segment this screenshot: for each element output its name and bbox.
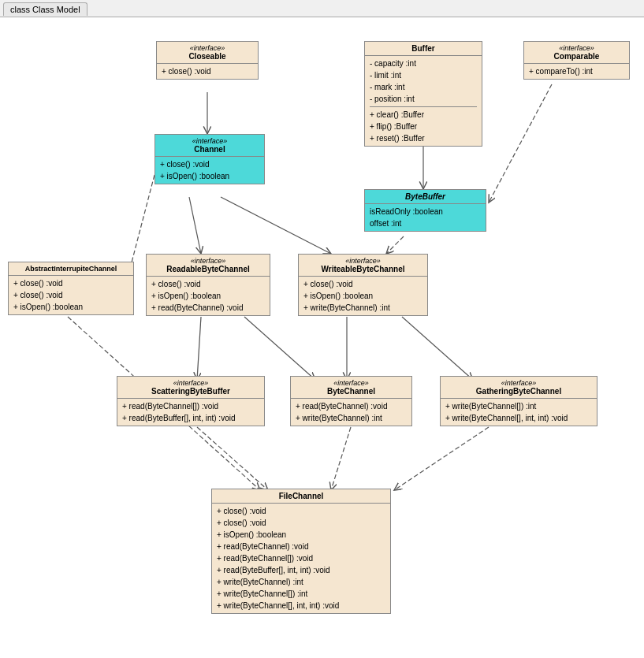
class-scatteringbytebuffer: «interface» ScatteringByteBuffer + read(… <box>117 376 265 426</box>
svg-line-8 <box>244 317 315 380</box>
writeablebytechannel-title: «interface» WriteableByteChannel <box>299 255 427 277</box>
class-readablebytechannel: «interface» ReadableByteChannel + close(… <box>146 254 270 316</box>
svg-line-7 <box>197 317 201 380</box>
tab-class-model[interactable]: class Class Model <box>3 2 87 16</box>
class-abstractinterruptechannel: AbstractInterrupiteChannel + close() :vo… <box>8 262 134 315</box>
svg-line-12 <box>197 427 268 490</box>
class-gatheringbytechannel: «interface» GatheringByteChannel + write… <box>440 376 597 426</box>
writeablebytechannel-body: + close() :void + isOpen() :boolean + wr… <box>299 277 427 315</box>
channel-body: + close() :void + isOpen() :boolean <box>155 157 264 184</box>
diagram-area: «interface» Closeable + close() :void «i… <box>0 17 644 658</box>
class-bytebuffer: ByteBuffer isReadOnly :boolean offset :i… <box>364 189 486 232</box>
buffer-body: - capacity :int - limit :int - mark :int… <box>365 56 482 146</box>
bytebuffer-body: isReadOnly :boolean offset :int <box>365 204 486 231</box>
readablebytechannel-title: «interface» ReadableByteChannel <box>147 255 270 277</box>
scatteringbytebuffer-body: + read(ByteChannel[]) :void + read(ByteB… <box>117 399 264 426</box>
bytechannel-title: «interface» ByteChannel <box>291 377 411 399</box>
closeable-title: «interface» Closeable <box>157 42 258 64</box>
class-filechannel: FileChannel + close() :void + close() :v… <box>211 489 391 614</box>
svg-line-1 <box>189 197 201 254</box>
bytebuffer-title: ByteBuffer <box>365 190 486 204</box>
gatheringbytechannel-body: + write(ByteChannel[]) :int + write(Byte… <box>441 399 597 426</box>
filechannel-title: FileChannel <box>212 489 390 504</box>
class-comparable: «interface» Comparable + compareTo() :in… <box>523 41 630 80</box>
svg-line-2 <box>221 197 331 254</box>
filechannel-body: + close() :void + close() :void + isOpen… <box>212 504 390 613</box>
class-writeablebytechannel: «interface» WriteableByteChannel + close… <box>298 254 428 316</box>
class-buffer: Buffer - capacity :int - limit :int - ma… <box>364 41 482 147</box>
abstractinterruptechannel-title: AbstractInterrupiteChannel <box>9 262 133 276</box>
gatheringbytechannel-title: «interface» GatheringByteChannel <box>441 377 597 399</box>
scatteringbytebuffer-title: «interface» ScatteringByteBuffer <box>117 377 264 399</box>
buffer-title: Buffer <box>365 42 482 56</box>
closeable-body: + close() :void <box>157 64 258 79</box>
abstractinterruptechannel-body: + close() :void + close() :void + isOpen… <box>9 276 133 314</box>
tab-bar: class Class Model <box>0 0 644 17</box>
class-channel: «interface» Channel + close() :void + is… <box>154 134 265 184</box>
comparable-title: «interface» Comparable <box>524 42 629 64</box>
class-bytechannel: «interface» ByteChannel + read(ByteChann… <box>290 376 412 426</box>
comparable-body: + compareTo() :int <box>524 64 629 79</box>
bytechannel-body: + read(ByteChannel) :void + write(ByteCh… <box>291 399 411 426</box>
svg-line-6 <box>386 236 404 254</box>
svg-line-13 <box>331 427 351 490</box>
svg-line-14 <box>394 427 489 490</box>
readablebytechannel-body: + close() :void + isOpen() :boolean + re… <box>147 277 270 315</box>
svg-line-10 <box>402 317 473 380</box>
channel-title: «interface» Channel <box>155 135 264 157</box>
svg-line-5 <box>489 84 552 203</box>
class-closeable: «interface» Closeable + close() :void <box>156 41 259 80</box>
